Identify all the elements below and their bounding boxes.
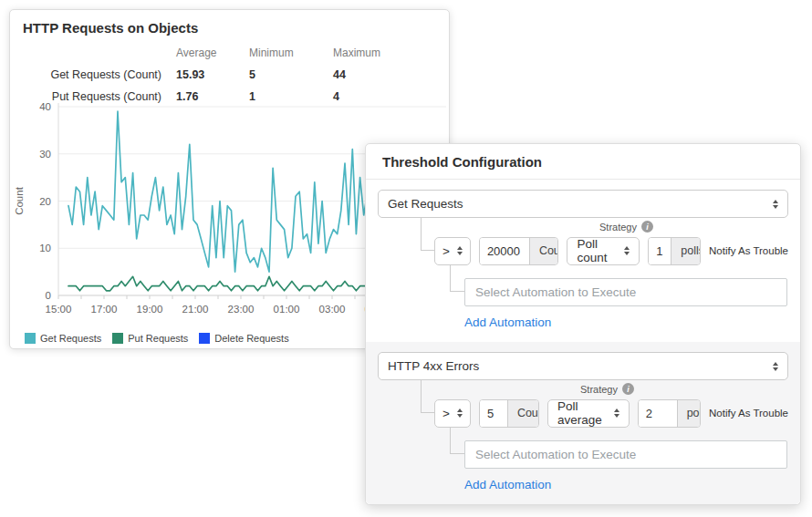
chart-title: HTTP Requests on Objects: [10, 10, 449, 36]
operator-value: >: [442, 244, 450, 258]
polls-unit-label: polls: [671, 238, 701, 264]
svg-text:21:00: 21:00: [182, 304, 209, 315]
operator-value: >: [442, 407, 450, 420]
get-requests-swatch: [25, 333, 36, 344]
delete-requests-swatch: [199, 333, 210, 344]
stats-header-maximum: Maximum: [333, 47, 436, 59]
condition-row: > Count Poll count polls Notify As Troub…: [434, 236, 788, 265]
operator-select[interactable]: >: [434, 237, 471, 265]
threshold-unit-label: Count: [507, 400, 539, 427]
notify-as-trouble-label: Notify As Trouble: [709, 245, 788, 256]
legend-item-delete-requests[interactable]: Delete Requests: [199, 333, 288, 344]
get-average-value: 15.93: [176, 68, 249, 81]
get-maximum-value: 44: [333, 68, 436, 81]
condition-row: > Count Poll average polls Notify As Tro…: [434, 398, 788, 428]
operator-select[interactable]: >: [434, 399, 471, 428]
svg-text:Count: Count: [14, 186, 25, 214]
tree-connector: [450, 264, 464, 292]
legend-item-put-requests[interactable]: Put Requests: [112, 333, 188, 344]
select-updown-icon: [773, 362, 778, 371]
select-updown-icon: [614, 408, 619, 418]
threshold-value-input[interactable]: [480, 238, 529, 264]
threshold-panel-title: Threshold Configuration: [366, 144, 800, 180]
threshold-section-get-requests: Get Requests Strategy i > Count Poll cou…: [366, 180, 800, 342]
poll-count-group: polls: [648, 237, 701, 265]
automation-select-input[interactable]: [464, 440, 787, 469]
add-automation-link[interactable]: Add Automation: [464, 315, 551, 329]
get-minimum-value: 5: [249, 68, 333, 81]
svg-text:10: 10: [39, 243, 51, 253]
strategy-row: Strategy i: [599, 220, 788, 233]
legend-label: Put Requests: [128, 333, 188, 344]
stats-header-average: Average: [176, 47, 249, 59]
threshold-value-group: Count: [479, 399, 539, 428]
poll-count-group: polls: [638, 399, 701, 428]
strategy-label: Strategy: [580, 384, 618, 395]
strategy-select-value: Poll count: [577, 237, 617, 264]
strategy-select[interactable]: Poll count: [567, 237, 640, 265]
strategy-info-icon[interactable]: i: [641, 221, 653, 233]
threshold-value-group: Count: [479, 237, 559, 265]
poll-count-input[interactable]: [649, 238, 671, 264]
select-updown-icon: [457, 246, 463, 255]
svg-text:20: 20: [39, 196, 51, 207]
strategy-info-icon[interactable]: i: [622, 383, 634, 395]
svg-text:17:00: 17:00: [91, 304, 118, 315]
tree-connector: [421, 218, 434, 251]
strategy-select[interactable]: Poll average: [547, 399, 630, 428]
add-automation-link[interactable]: Add Automation: [464, 478, 551, 491]
notify-as-trouble-label: Notify As Trouble: [709, 408, 788, 419]
stats-row-label-get: Get Requests (Count): [23, 68, 176, 81]
metric-select-value: Get Requests: [388, 197, 463, 211]
chart-legend: Get Requests Put Requests Delete Request…: [25, 333, 289, 344]
poll-count-input[interactable]: [639, 400, 677, 427]
svg-text:0: 0: [46, 290, 51, 301]
strategy-select-value: Poll average: [557, 399, 607, 427]
svg-text:30: 30: [39, 149, 51, 160]
automation-select-input[interactable]: [464, 278, 787, 306]
metric-select-get-requests[interactable]: Get Requests: [378, 190, 788, 218]
svg-text:03:00: 03:00: [319, 304, 346, 315]
svg-text:40: 40: [39, 101, 51, 112]
svg-text:01:00: 01:00: [274, 304, 300, 315]
strategy-row: Strategy i: [580, 382, 788, 396]
select-updown-icon: [773, 200, 778, 209]
svg-text:19:00: 19:00: [137, 304, 163, 315]
svg-text:15:00: 15:00: [46, 304, 72, 315]
tree-connector: [421, 380, 434, 413]
threshold-section-http-4xx-errors: HTTP 4xx Errors Strategy i > Count Poll …: [366, 342, 800, 504]
metric-select-http-4xx-errors[interactable]: HTTP 4xx Errors: [378, 352, 788, 380]
legend-label: Delete Requests: [214, 333, 288, 344]
stats-header-minimum: Minimum: [249, 47, 333, 59]
chart-stats-table: Average Minimum Maximum Get Requests (Co…: [23, 47, 436, 103]
put-requests-swatch: [112, 333, 123, 344]
select-updown-icon: [457, 408, 463, 418]
metric-select-value: HTTP 4xx Errors: [388, 359, 479, 373]
legend-label: Get Requests: [40, 333, 101, 344]
select-updown-icon: [624, 246, 630, 255]
legend-item-get-requests[interactable]: Get Requests: [25, 333, 101, 344]
threshold-value-input[interactable]: [480, 400, 507, 427]
threshold-configuration-panel: Threshold Configuration Get Requests Str…: [365, 143, 801, 505]
threshold-unit-label: Count: [529, 238, 559, 264]
tree-connector: [450, 427, 464, 454]
polls-unit-label: polls: [677, 400, 701, 427]
strategy-label: Strategy: [599, 222, 637, 233]
svg-text:23:00: 23:00: [228, 304, 255, 315]
